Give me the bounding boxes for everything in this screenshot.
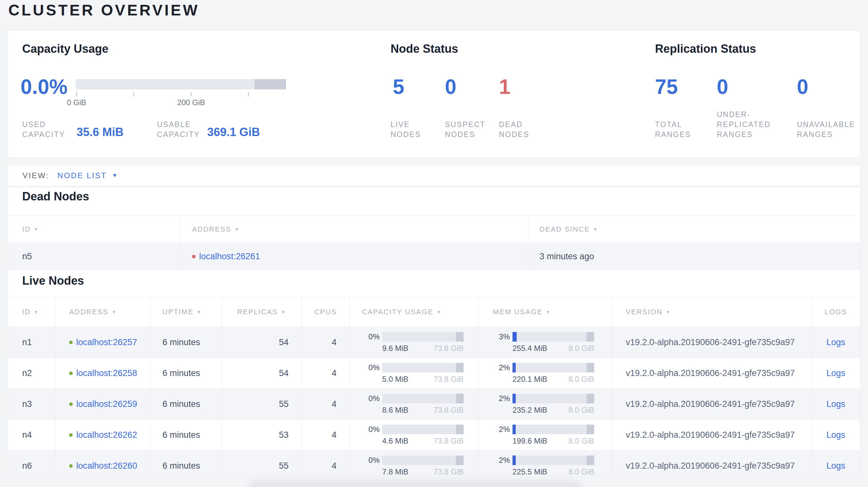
live-status-dot-icon (69, 402, 73, 406)
mem-total: 8.0 GiB (568, 467, 594, 476)
table-row: n3 localhost:26259 6 minutes 55 4 0% (8, 389, 860, 420)
node-replicas: 53 (222, 420, 302, 450)
node-address-link[interactable]: localhost:26260 (76, 461, 137, 471)
meter-used-segment (513, 332, 517, 342)
used-capacity-value: 35.6 MiB (76, 125, 124, 139)
node-capacity-cell: 0% 9.6 MiB73.8 GiB (349, 327, 478, 358)
meter-other-segment (587, 332, 594, 342)
live-header-cpus: CPUS (302, 297, 349, 327)
node-address-link[interactable]: localhost:26258 (76, 368, 137, 378)
live-header-address[interactable]: ADDRESS (55, 297, 150, 327)
sort-desc-icon (593, 227, 598, 232)
live-status-dot-icon (69, 371, 73, 375)
capacity-percent: 0% (362, 456, 380, 465)
node-status-title: Node Status (391, 42, 458, 56)
meter-used-segment (513, 363, 516, 372)
node-address-link[interactable]: localhost:26262 (76, 430, 137, 440)
node-capacity-cell: 0% 8.6 MiB73.8 GiB (349, 389, 478, 419)
live-status-dot-icon (69, 433, 73, 437)
mem-percent: 2% (493, 456, 510, 465)
node-replicas: 55 (222, 451, 302, 476)
chevron-down-icon (112, 172, 118, 179)
meter-other-segment (587, 455, 594, 465)
mem-percent: 3% (493, 332, 510, 341)
node-cpus: 4 (302, 451, 349, 476)
meter-other-segment (587, 425, 594, 434)
node-capacity-cell: 0% 7.8 MiB73.8 GiB (349, 451, 478, 476)
node-uptime: 6 minutes (150, 358, 222, 389)
meter-used-segment (513, 425, 516, 434)
table-row: n6 localhost:26260 6 minutes 55 4 0% (8, 451, 860, 476)
capacity-total: 73.8 GiB (434, 436, 464, 446)
dead-node-address-link[interactable]: localhost:26261 (199, 252, 260, 261)
axis-tick-label-0: 0 GiB (51, 98, 102, 107)
capacity-meter-bar (382, 332, 464, 342)
view-mode-dropdown[interactable]: NODE LIST (58, 171, 119, 180)
node-mem-cell: 3% 255.4 MiB8.0 GiB (478, 327, 612, 358)
node-version: v19.2.0-alpha.20190606-2491-gfe735c9a97 (612, 327, 811, 358)
meter-used-segment (513, 455, 516, 465)
node-uptime: 6 minutes (150, 389, 222, 419)
node-id: n4 (8, 420, 55, 450)
live-header-id[interactable]: ID (8, 297, 55, 327)
mem-used: 199.6 MiB (513, 436, 547, 446)
live-status-dot-icon (69, 340, 73, 344)
live-header-capacity[interactable]: CAPACITY USAGE (349, 297, 478, 327)
dead-node-address-cell: localhost:26261 (181, 243, 528, 269)
under-replicated-count: 0 (717, 75, 728, 98)
capacity-total: 73.8 GiB (434, 375, 464, 384)
live-header-replicas[interactable]: REPLICAS (222, 297, 302, 327)
node-mem-cell: 2% 199.6 MiB8.0 GiB (478, 420, 612, 450)
axis-tick (76, 92, 77, 97)
node-version: v19.2.0-alpha.20190606-2491-gfe735c9a97 (612, 389, 811, 419)
node-address-link[interactable]: localhost:26259 (76, 399, 137, 409)
axis-tick (248, 92, 249, 97)
live-header-mem[interactable]: MEM USAGE (478, 297, 612, 327)
replication-status-title: Replication Status (655, 42, 756, 56)
dead-status-dot-icon (192, 255, 196, 258)
capacity-bar-other-segment (254, 79, 286, 90)
node-replicas: 54 (222, 358, 302, 389)
node-uptime: 6 minutes (150, 327, 222, 358)
dead-header-id[interactable]: ID (8, 216, 181, 243)
mem-total: 8.0 GiB (568, 375, 594, 384)
suspect-nodes-count: 0 (445, 75, 457, 98)
node-cpus: 4 (302, 389, 349, 419)
sort-desc-icon (235, 227, 240, 232)
total-ranges-label: TOTAL RANGES (655, 120, 691, 140)
node-replicas: 55 (222, 389, 302, 419)
node-cpus: 4 (302, 327, 349, 358)
usable-capacity-value: 369.1 GiB (207, 125, 260, 139)
live-nodes-table: ID ADDRESS UPTIME REPLICAS CPUS CAPACITY… (8, 297, 860, 476)
table-row: n5 localhost:26261 3 minutes ago (8, 243, 860, 270)
unavailable-ranges-count: 0 (797, 75, 808, 98)
logs-link[interactable]: Logs (827, 430, 845, 440)
dead-header-dead-since[interactable]: DEAD SINCE (528, 216, 860, 243)
dead-nodes-table-header: ID ADDRESS DEAD SINCE (8, 216, 860, 243)
logs-link[interactable]: Logs (827, 368, 845, 378)
meter-other-segment (456, 332, 464, 342)
capacity-percent: 0% (362, 425, 380, 434)
mem-meter-bar (513, 332, 594, 342)
node-address-cell: localhost:26257 (55, 327, 150, 358)
dead-header-address[interactable]: ADDRESS (181, 216, 528, 243)
cluster-overview-card: Capacity Usage 0.0% 0 GiB 200 GiB USED C… (8, 31, 860, 158)
capacity-total: 73.8 GiB (434, 344, 464, 353)
mem-percent: 2% (493, 394, 510, 403)
logs-link[interactable]: Logs (827, 337, 845, 347)
capacity-used: 4.6 MiB (382, 436, 408, 446)
logs-link[interactable]: Logs (827, 461, 845, 471)
under-replicated-label: UNDER- REPLICATED RANGES (717, 110, 771, 140)
nodes-card: Dead Nodes ID ADDRESS DEAD SINCE n5 loca… (8, 187, 860, 476)
node-address-link[interactable]: localhost:26257 (76, 337, 137, 347)
live-header-version[interactable]: VERSION (612, 297, 811, 327)
node-logs-cell: Logs (811, 358, 860, 389)
node-cpus: 4 (302, 358, 349, 389)
live-header-uptime[interactable]: UPTIME (150, 297, 222, 327)
node-address-cell: localhost:26260 (55, 451, 150, 476)
node-capacity-cell: 0% 5.0 MiB73.8 GiB (349, 358, 478, 389)
meter-other-segment (456, 363, 464, 372)
logs-link[interactable]: Logs (827, 399, 845, 409)
mem-meter-bar (513, 394, 594, 403)
sort-desc-icon (665, 310, 671, 315)
